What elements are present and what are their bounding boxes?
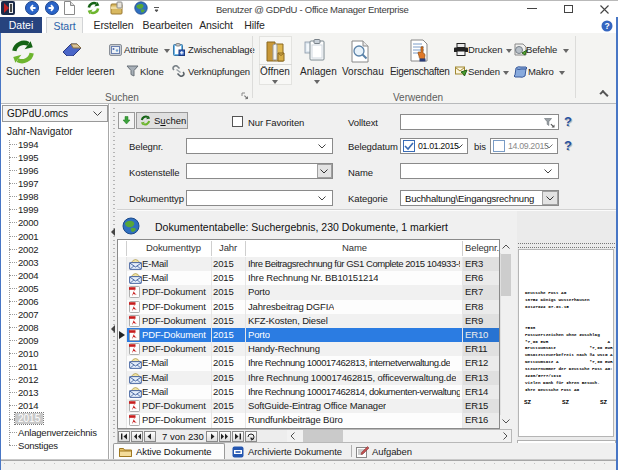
svg-text:?: ?	[604, 21, 609, 31]
